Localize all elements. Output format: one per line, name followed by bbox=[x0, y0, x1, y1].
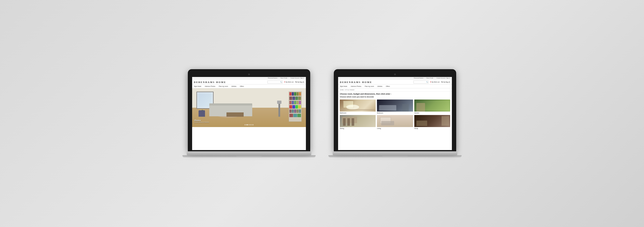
search-input-1[interactable] bbox=[268, 82, 280, 83]
book-14 bbox=[299, 101, 301, 104]
bookshelf-1 bbox=[289, 92, 302, 122]
utility-signin-1[interactable]: Create Account / Sign in bbox=[290, 77, 304, 79]
room-label-living: Living bbox=[377, 128, 413, 129]
nav-plan-room-1[interactable]: Plan my room bbox=[219, 85, 228, 87]
bag-label-2: My Bag (4) bbox=[443, 81, 450, 83]
room-card-garden[interactable]: Garden bbox=[414, 100, 450, 114]
nav-2: Style finder Interiors Photos Plan my ro… bbox=[338, 85, 452, 88]
room-card-study[interactable]: Study bbox=[414, 115, 450, 129]
room-card-bedroom[interactable]: Bedroom bbox=[377, 100, 413, 114]
shelf-row-1 bbox=[289, 92, 302, 96]
table-1 bbox=[226, 112, 244, 117]
bag-button-2[interactable]: 🛍 My Bag (4) bbox=[441, 81, 450, 83]
nav-style-finder-2[interactable]: Style finder bbox=[340, 85, 347, 87]
dot-1-0[interactable] bbox=[245, 124, 246, 125]
heart-icon-1: ♥ bbox=[284, 81, 285, 83]
bag-button-1[interactable]: 🛍 My Bag (4) bbox=[295, 81, 304, 83]
chair-1 bbox=[198, 110, 205, 117]
book-19 bbox=[289, 109, 292, 113]
lamp-shade-1 bbox=[277, 101, 282, 104]
room-img-study bbox=[414, 115, 450, 127]
nav-interiors-photos-2[interactable]: Interiors Photos bbox=[351, 85, 361, 87]
header-actions-1: ♥ My Wish List 🛍 My Bag (4) bbox=[284, 81, 304, 83]
header-1: DEBENHAMS HOME 🔍 ♥ My Wish List 🛍 My Bag… bbox=[192, 79, 306, 85]
book-2 bbox=[292, 92, 294, 96]
book-15 bbox=[289, 105, 292, 109]
book-12 bbox=[294, 101, 296, 104]
sep-1b: | bbox=[289, 77, 289, 79]
wishlist-button-2[interactable]: ♥ My Wish List bbox=[430, 81, 440, 83]
book-16 bbox=[292, 105, 295, 109]
dot-1-3[interactable] bbox=[250, 124, 252, 125]
nav-articles-1[interactable]: Articles bbox=[232, 85, 236, 87]
hero-area-1: Photos Browse photos of interiors bbox=[192, 88, 306, 127]
header-2: DEBENHAMS HOME 🔍 ♥ My Wish List 🛍 My Bag… bbox=[338, 79, 452, 85]
room-label-bathroom: Bathroom bbox=[340, 112, 376, 114]
book-21 bbox=[294, 109, 296, 113]
book-25 bbox=[293, 114, 297, 117]
room-card-bathroom[interactable]: Bathroom bbox=[340, 100, 376, 114]
search-icon-1[interactable]: 🔍 bbox=[280, 81, 282, 83]
book-10 bbox=[289, 101, 292, 104]
hero-subtitle-1: Browse photos of interiors bbox=[194, 121, 209, 123]
book-1 bbox=[289, 92, 292, 96]
book-24 bbox=[289, 114, 293, 117]
section-subtitle-2: Choose which room you want to decorate bbox=[340, 96, 450, 98]
utility-store-finder-1[interactable]: Store Finder bbox=[280, 77, 288, 79]
bag-label-1: My Bag (4) bbox=[297, 81, 304, 83]
dot-1-2[interactable] bbox=[248, 124, 250, 125]
wishlist-button-1[interactable]: ♥ My Wish List bbox=[284, 81, 294, 83]
style-finder-content: Choose room, budget and dimensions, then… bbox=[338, 92, 452, 130]
utility-bar-2: Personal finance | Store Finder | Create… bbox=[338, 77, 452, 79]
shelf-row-5 bbox=[289, 109, 302, 113]
dot-1-1[interactable] bbox=[247, 124, 248, 125]
search-input-2[interactable] bbox=[414, 82, 426, 83]
heart-icon-2: ♥ bbox=[430, 81, 431, 83]
book-17 bbox=[296, 105, 298, 109]
wishlist-label-1: My Wish List bbox=[286, 81, 294, 83]
utility-personal-finance-2[interactable]: Personal finance bbox=[414, 77, 424, 79]
nav-interiors-photos-1[interactable]: Interiors Photos bbox=[205, 85, 215, 87]
nav-1: Style finder Interiors Photos Plan my ro… bbox=[192, 85, 306, 88]
book-20 bbox=[292, 109, 294, 113]
laptop-base-2 bbox=[333, 151, 457, 155]
shelf-row-2 bbox=[289, 96, 302, 100]
room-label-dining: Dining bbox=[340, 128, 376, 129]
room-card-dining[interactable]: Dining bbox=[340, 115, 376, 129]
utility-personal-finance-1[interactable]: Personal finance bbox=[268, 77, 278, 79]
laptop-base-1 bbox=[187, 151, 311, 155]
room-img-garden bbox=[414, 100, 450, 112]
nav-offers-2[interactable]: Offers bbox=[386, 85, 390, 87]
dot-1-4[interactable] bbox=[252, 124, 254, 125]
book-13 bbox=[296, 101, 298, 104]
book-7 bbox=[292, 97, 295, 100]
book-11 bbox=[292, 101, 294, 104]
nav-style-finder-1[interactable]: Style finder bbox=[194, 85, 201, 87]
room-label-bedroom: Bedroom bbox=[377, 112, 413, 114]
shelf-row-3 bbox=[289, 100, 302, 105]
logo-1[interactable]: DEBENHAMS HOME bbox=[194, 81, 266, 83]
search-box-2[interactable]: 🔍 bbox=[414, 81, 428, 83]
bag-icon-1: 🛍 bbox=[295, 81, 297, 83]
book-9 bbox=[298, 97, 301, 100]
book-26 bbox=[297, 114, 301, 117]
room-scene-1 bbox=[192, 88, 306, 127]
book-18 bbox=[298, 105, 301, 109]
header-actions-2: ♥ My Wish List 🛍 My Bag (4) bbox=[430, 81, 450, 83]
room-label-garden: Garden bbox=[414, 112, 450, 114]
search-box-1[interactable]: 🔍 bbox=[268, 81, 282, 83]
laptop-camera-1 bbox=[248, 74, 250, 75]
book-3 bbox=[294, 92, 296, 96]
utility-signin-2[interactable]: Create Account / Sign in bbox=[436, 77, 450, 79]
nav-offers-1[interactable]: Offers bbox=[240, 85, 244, 87]
room-label-study: Study bbox=[414, 128, 450, 129]
logo-2[interactable]: DEBENHAMS HOME bbox=[340, 81, 412, 83]
nav-articles-2[interactable]: Articles bbox=[378, 85, 382, 87]
carousel-dots-1 bbox=[245, 124, 254, 125]
laptop-2: Personal finance | Store Finder | Create… bbox=[328, 70, 462, 157]
nav-plan-room-2[interactable]: Plan my room bbox=[365, 85, 374, 87]
utility-store-finder-2[interactable]: Store Finder bbox=[426, 77, 434, 79]
search-icon-2[interactable]: 🔍 bbox=[426, 81, 428, 83]
shelf-row-6 bbox=[289, 113, 302, 118]
room-card-living[interactable]: Living bbox=[377, 115, 413, 129]
